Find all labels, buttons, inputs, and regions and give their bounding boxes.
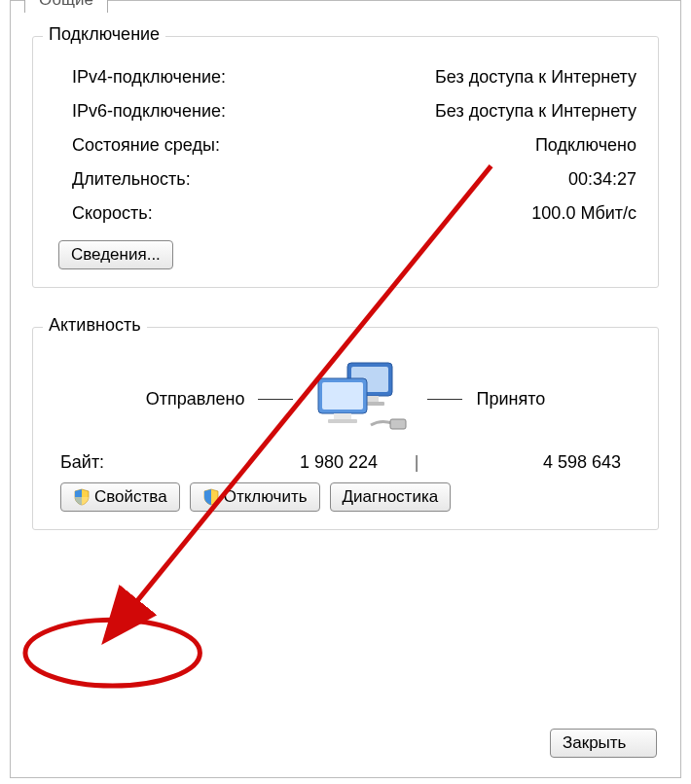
diagnose-button-label: Диагностика xyxy=(343,487,439,507)
bytes-sent-value: 1 980 224 xyxy=(177,452,413,473)
speed-row: Скорость: 100.0 Мбит/с xyxy=(55,196,636,231)
bottom-bar: Закрыть xyxy=(550,729,657,758)
duration-row: Длительность: 00:34:27 xyxy=(55,162,636,196)
svg-rect-6 xyxy=(334,413,351,419)
dash-left xyxy=(258,399,293,400)
tab-strip: Общие xyxy=(11,1,680,13)
shield-icon xyxy=(73,488,91,506)
dialog-content: Подключение IPv4-подключение: Без доступ… xyxy=(11,13,680,530)
speed-label: Скорость: xyxy=(55,203,153,224)
svg-rect-8 xyxy=(390,419,406,429)
activity-group: Активность Отправлено xyxy=(32,327,659,530)
network-computers-icon xyxy=(307,359,414,439)
properties-button-label: Свойства xyxy=(94,487,167,507)
disable-button[interactable]: Отключить xyxy=(190,482,320,512)
bytes-row: Байт: 1 980 224 | 4 598 643 xyxy=(55,439,636,479)
ipv4-label: IPv4-подключение: xyxy=(55,67,226,88)
media-state-label: Состояние среды: xyxy=(55,135,220,156)
properties-button[interactable]: Свойства xyxy=(60,482,180,512)
diagnose-button[interactable]: Диагностика xyxy=(330,482,452,512)
connection-title: Подключение xyxy=(43,24,165,45)
media-state-row: Состояние среды: Подключено xyxy=(55,128,636,162)
ipv6-row: IPv6-подключение: Без доступа к Интернет… xyxy=(55,94,636,128)
disable-button-label: Отключить xyxy=(224,487,308,507)
activity-summary: Отправлено xyxy=(55,359,636,439)
status-dialog: Общие Подключение IPv4-подключение: Без … xyxy=(10,0,681,778)
bytes-received-value: 4 598 643 xyxy=(420,452,631,473)
shield-icon xyxy=(202,488,220,506)
ipv4-row: IPv4-подключение: Без доступа к Интернет… xyxy=(55,60,636,94)
bytes-label: Байт: xyxy=(60,452,177,473)
tab-general[interactable]: Общие xyxy=(24,0,108,13)
speed-value: 100.0 Мбит/с xyxy=(531,203,636,224)
received-label: Принято xyxy=(476,389,545,410)
activity-buttons: Свойства Отключить Диагностика xyxy=(60,482,631,512)
svg-rect-7 xyxy=(328,419,357,423)
activity-title: Активность xyxy=(43,315,147,336)
connection-group: Подключение IPv4-подключение: Без доступ… xyxy=(32,36,659,288)
duration-label: Длительность: xyxy=(55,169,191,190)
svg-point-10 xyxy=(25,620,200,686)
ipv6-value: Без доступа к Интернету xyxy=(435,101,636,122)
duration-value: 00:34:27 xyxy=(568,169,636,190)
dash-right xyxy=(427,399,462,400)
svg-rect-5 xyxy=(322,382,363,410)
media-state-value: Подключено xyxy=(535,135,636,156)
details-button[interactable]: Сведения... xyxy=(58,240,173,269)
close-button[interactable]: Закрыть xyxy=(550,729,657,758)
ipv6-label: IPv6-подключение: xyxy=(55,101,226,122)
bytes-separator: | xyxy=(413,452,420,473)
ipv4-value: Без доступа к Интернету xyxy=(435,67,636,88)
sent-label: Отправлено xyxy=(146,389,245,410)
